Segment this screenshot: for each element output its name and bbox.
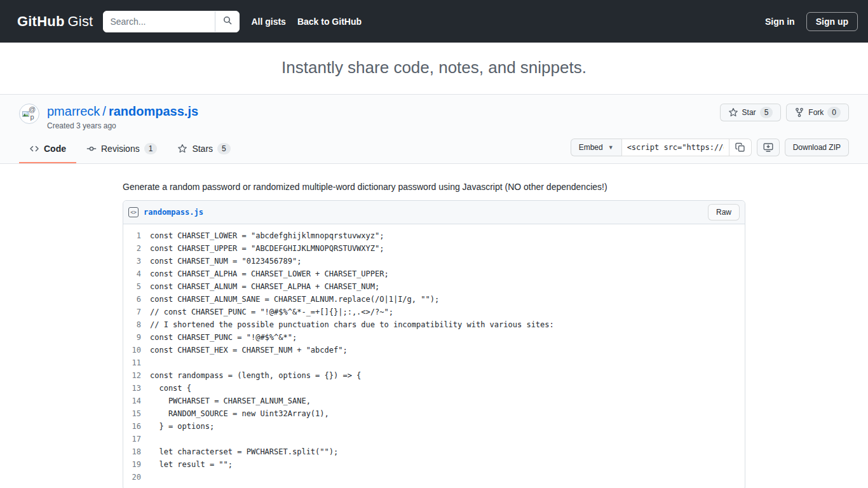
sign-up-button[interactable]: Sign up <box>806 12 858 31</box>
nav-link-back-to-github[interactable]: Back to GitHub <box>297 17 362 27</box>
code-line-text: const CHARSET_ALNUM_SANE = CHARSET_ALNUM… <box>150 293 439 306</box>
line-number[interactable]: 13 <box>123 382 150 395</box>
line-number[interactable]: 16 <box>123 420 150 433</box>
file-box: <> randompass.js Raw 1const CHARSET_LOWE… <box>123 200 745 488</box>
line-number[interactable]: 15 <box>123 407 150 420</box>
code-line-text: const CHARSET_PUNC = "!@#$%^&*"; <box>150 331 297 344</box>
tab-revisions-label: Revisions <box>101 144 140 154</box>
tab-revisions[interactable]: Revisions 1 <box>76 137 167 163</box>
code-icon <box>29 144 39 154</box>
code-line-text: } = options; <box>150 420 214 433</box>
line-number[interactable]: 2 <box>123 242 150 255</box>
chevron-down-icon: ▼ <box>608 144 614 151</box>
code-line: 3const CHARSET_NUM = "0123456789"; <box>123 255 745 268</box>
main-content: Generate a random password or randomized… <box>123 164 745 488</box>
code-line-text: const CHARSET_ALPHA = CHARSET_LOWER + CH… <box>150 268 389 280</box>
tab-code[interactable]: Code <box>19 137 76 163</box>
sign-in-link[interactable]: Sign in <box>765 17 795 27</box>
star-icon <box>177 144 187 154</box>
fork-button[interactable]: Fork 0 <box>786 104 849 121</box>
code-line: 18 let characterset = PWCHARSET.split(""… <box>123 445 745 458</box>
code-line: 12const randompass = (length, options = … <box>123 369 745 382</box>
tagline-text: Instantly share code, notes, and snippet… <box>0 58 868 78</box>
code-line: 16 } = options; <box>123 420 745 433</box>
search-input[interactable] <box>104 11 215 32</box>
line-number[interactable]: 9 <box>123 331 150 344</box>
code-line-text: const randompass = (length, options = {}… <box>150 369 361 382</box>
line-number[interactable]: 10 <box>123 344 150 356</box>
line-number[interactable]: 20 <box>123 471 150 484</box>
code-line: 4const CHARSET_ALPHA = CHARSET_LOWER + C… <box>123 268 745 280</box>
github-gist-logo[interactable]: GitHubGist <box>17 13 93 30</box>
gist-owner-link[interactable]: pmarreck <box>47 104 100 118</box>
search-button[interactable] <box>215 11 239 32</box>
download-zip-button[interactable]: Download ZIP <box>785 139 849 156</box>
line-number[interactable]: 3 <box>123 255 150 268</box>
gist-title: pmarreck/randompass.js <box>47 104 720 119</box>
embed-dropdown-button[interactable]: Embed ▼ <box>571 139 622 156</box>
copy-icon <box>735 142 745 152</box>
gist-header: @p pmarreck/randompass.js Created 3 year… <box>0 94 868 164</box>
line-number[interactable]: 7 <box>123 306 150 318</box>
line-number[interactable]: 12 <box>123 369 150 382</box>
code-line-text: const CHARSET_ALNUM = CHARSET_ALPHA + CH… <box>150 280 379 293</box>
line-number[interactable]: 19 <box>123 458 150 471</box>
code-line: 2const CHARSET_UPPER = "ABCDEFGHIJKLMNOP… <box>123 242 745 255</box>
tab-stars[interactable]: Stars 5 <box>167 137 240 163</box>
star-count: 5 <box>760 107 773 118</box>
desktop-download-icon <box>763 142 773 152</box>
line-number[interactable]: 6 <box>123 293 150 306</box>
code-line: 15 RANDOM_SOURCE = new Uint32Array(1), <box>123 407 745 420</box>
code-line-text: const CHARSET_LOWER = "abcdefghijklmnopq… <box>150 229 384 242</box>
tab-stars-label: Stars <box>192 144 213 154</box>
line-number[interactable]: 14 <box>123 395 150 407</box>
code-line: 14 PWCHARSET = CHARSET_ALNUM_SANE, <box>123 395 745 407</box>
raw-button[interactable]: Raw <box>708 204 740 220</box>
star-button[interactable]: Star 5 <box>720 104 782 121</box>
file-name-link[interactable]: randompass.js <box>144 208 203 217</box>
file-header: <> randompass.js Raw <box>123 201 745 224</box>
code-line-text: RANDOM_SOURCE = new Uint32Array(1), <box>150 407 329 420</box>
code-line: 7// const CHARSET_PUNC = "!@#$%^&*-_=+[]… <box>123 306 745 318</box>
line-number[interactable]: 18 <box>123 445 150 458</box>
code-line: 1const CHARSET_LOWER = "abcdefghijklmnop… <box>123 229 745 242</box>
gist-description: Generate a random password or randomized… <box>123 182 745 192</box>
logo-github-text: GitHub <box>17 13 65 29</box>
open-in-desktop-button[interactable] <box>757 139 780 156</box>
line-number[interactable]: 1 <box>123 229 150 242</box>
line-number[interactable]: 11 <box>123 356 150 369</box>
line-number[interactable]: 5 <box>123 280 150 293</box>
embed-url-input[interactable] <box>621 139 729 156</box>
embed-group: Embed ▼ <box>571 139 752 156</box>
navbar-links: All gists Back to GitHub <box>251 17 362 27</box>
search-icon <box>222 15 233 27</box>
code-line-text: let characterset = PWCHARSET.split(""); <box>150 445 338 458</box>
line-number[interactable]: 17 <box>123 433 150 445</box>
fork-count: 0 <box>827 107 841 118</box>
tab-code-label: Code <box>44 144 66 154</box>
code-line-text: // const CHARSET_PUNC = "!@#$%^&*-_=+[]{… <box>150 306 393 318</box>
avatar[interactable]: @p <box>19 104 39 124</box>
code-line: 10const CHARSET_HEX = CHARSET_NUM + "abc… <box>123 344 745 356</box>
star-button-label: Star <box>742 108 756 117</box>
tagline-section: Instantly share code, notes, and snippet… <box>0 43 868 94</box>
stars-count: 5 <box>217 143 231 154</box>
code-line-text: const { <box>150 382 191 395</box>
tab-bar-controls: Embed ▼ <box>571 139 849 161</box>
line-number[interactable]: 8 <box>123 318 150 331</box>
code-table: 1const CHARSET_LOWER = "abcdefghijklmnop… <box>123 224 745 488</box>
logo-gist-text: Gist <box>68 13 93 29</box>
gist-header-top: @p pmarreck/randompass.js Created 3 year… <box>19 104 849 130</box>
fork-icon <box>794 107 804 118</box>
line-number[interactable]: 4 <box>123 268 150 280</box>
code-line-text: const CHARSET_NUM = "0123456789"; <box>150 255 301 268</box>
search-box <box>103 11 240 32</box>
gist-name-link[interactable]: randompass.js <box>109 104 198 118</box>
tabs: Code Revisions 1 Stars 5 <box>19 137 241 163</box>
code-line-text: PWCHARSET = CHARSET_ALNUM_SANE, <box>150 395 311 407</box>
nav-link-all-gists[interactable]: All gists <box>251 17 285 27</box>
embed-dropdown-label: Embed <box>579 143 603 152</box>
copy-embed-button[interactable] <box>729 139 752 156</box>
code-line: 13 const { <box>123 382 745 395</box>
fork-button-label: Fork <box>808 108 824 117</box>
